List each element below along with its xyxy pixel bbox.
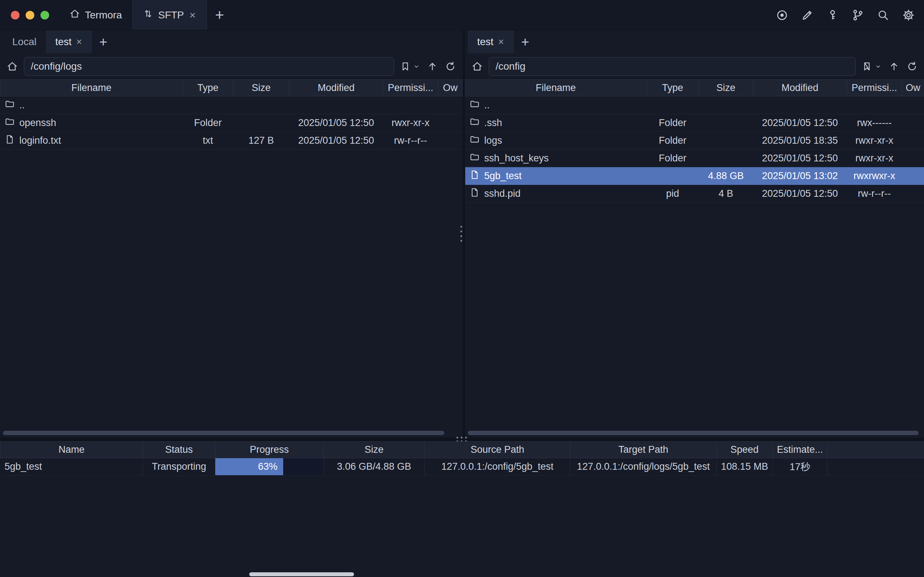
right-home-icon[interactable]: [471, 58, 484, 75]
file-permissions: rwx------: [847, 114, 902, 132]
zoom-window-button[interactable]: [40, 11, 49, 19]
right-path-input[interactable]: [489, 57, 856, 76]
left-horizontal-scrollbar[interactable]: [3, 431, 444, 435]
right-col-type[interactable]: Type: [647, 80, 699, 97]
file-name: ..: [19, 100, 25, 111]
left-col-permissions[interactable]: Permissi...: [383, 80, 438, 97]
file-type: Folder: [183, 114, 233, 132]
left-tab-test-close-icon[interactable]: ×: [76, 37, 83, 47]
tab-sftp-close-icon[interactable]: ×: [189, 10, 197, 21]
left-pane: Local test × +: [0, 30, 463, 438]
transfer-row[interactable]: 5gb_test Transporting 63% 3.06 GB/4.88 G…: [0, 458, 924, 475]
file-modified: 2025/01/05 12:50: [289, 132, 383, 150]
right-bookmark-chevron-down-icon[interactable]: [874, 58, 882, 75]
file-owner: [902, 97, 924, 114]
right-pane: test × +: [465, 30, 924, 438]
file-owner: [438, 114, 463, 132]
right-refresh-icon[interactable]: [906, 58, 919, 75]
file-modified: 2025/01/05 12:50: [289, 114, 383, 132]
left-col-modified[interactable]: Modified: [289, 80, 383, 97]
close-window-button[interactable]: [11, 11, 19, 19]
titlebar-actions: [775, 0, 924, 30]
table-row[interactable]: loginfo.txt txt 127 B 2025/01/05 12:50 r…: [0, 132, 463, 150]
branch-icon[interactable]: [851, 8, 865, 22]
table-row[interactable]: ..: [0, 97, 463, 114]
table-row[interactable]: logs Folder 2025/01/05 18:35 rwxr-xr-x: [465, 132, 924, 150]
table-row-selected[interactable]: 5gb_test 4.88 GB 2025/01/05 13:02 rwxrwx…: [465, 167, 924, 185]
tab-sftp[interactable]: SFTP ×: [132, 0, 207, 30]
right-col-modified[interactable]: Modified: [753, 80, 847, 97]
right-add-tab-button[interactable]: +: [514, 30, 536, 53]
minimize-window-button[interactable]: [26, 11, 34, 19]
right-tab-test-close-icon[interactable]: ×: [497, 37, 505, 47]
file-permissions: [847, 97, 902, 114]
transfer-panel-splitter[interactable]: [0, 438, 924, 441]
edit-icon[interactable]: [800, 8, 814, 22]
right-up-directory-icon[interactable]: [887, 58, 900, 75]
left-path-input[interactable]: [24, 57, 394, 76]
table-row[interactable]: ssh_host_keys Folder 2025/01/05 12:50 rw…: [465, 150, 924, 167]
transfers-col-progress[interactable]: Progress: [215, 442, 324, 458]
table-row[interactable]: ..: [465, 97, 924, 114]
left-tab-local[interactable]: Local: [3, 30, 46, 53]
file-name: ssh_host_keys: [484, 153, 549, 164]
home-icon: [69, 8, 80, 22]
transfer-speed: 108.15 MB: [717, 458, 772, 475]
file-name: sshd.pid: [484, 188, 521, 199]
right-tab-test[interactable]: test ×: [468, 30, 514, 53]
transfer-target-path: 127.0.0.1:/config/logs/5gb_test: [570, 458, 717, 475]
transfers-col-size[interactable]: Size: [324, 442, 425, 458]
left-table-header: Filename Type Size Modified Permissi... …: [0, 80, 463, 97]
bottom-overlay-scrollbar[interactable]: [249, 572, 354, 576]
folder-icon: [469, 134, 480, 147]
right-col-permissions[interactable]: Permissi...: [847, 80, 902, 97]
tab-sftp-label: SFTP: [158, 10, 184, 21]
file-size: 4.88 GB: [699, 167, 753, 185]
right-col-size[interactable]: Size: [699, 80, 753, 97]
left-up-directory-icon[interactable]: [426, 58, 439, 75]
file-permissions: rwxr-xr-x: [847, 150, 902, 167]
transfers-col-speed[interactable]: Speed: [717, 442, 772, 458]
tab-termora[interactable]: Termora: [59, 0, 132, 30]
left-bookmark-icon[interactable]: [399, 58, 411, 75]
app-window: Termora SFTP × +: [0, 0, 924, 577]
left-col-owner[interactable]: Ow: [438, 80, 463, 97]
file-size: [233, 97, 289, 114]
transfers-col-source-path[interactable]: Source Path: [425, 442, 570, 458]
left-bookmark-chevron-down-icon[interactable]: [412, 58, 421, 75]
left-col-type[interactable]: Type: [183, 80, 233, 97]
settings-gear-icon[interactable]: [901, 8, 915, 22]
transfer-source-path: 127.0.0.1:/config/5gb_test: [425, 458, 570, 475]
left-home-icon[interactable]: [6, 58, 19, 75]
right-col-filename[interactable]: Filename: [465, 80, 647, 97]
new-tab-button[interactable]: +: [207, 0, 232, 30]
left-refresh-icon[interactable]: [444, 58, 457, 75]
left-col-filename[interactable]: Filename: [0, 80, 183, 97]
transfers-col-target-path[interactable]: Target Path: [570, 442, 717, 458]
main-split: Local test × +: [0, 30, 924, 438]
table-row[interactable]: openssh Folder 2025/01/05 12:50 rwxr-xr-…: [0, 114, 463, 132]
file-size: [699, 97, 753, 114]
left-tab-local-label: Local: [12, 36, 37, 48]
right-bookmark-icon[interactable]: [861, 58, 873, 75]
file-modified: [289, 97, 383, 114]
right-horizontal-scrollbar[interactable]: [468, 431, 919, 435]
titlebar-spacer: [232, 0, 775, 30]
transfers-col-estimate[interactable]: Estimate...: [772, 442, 827, 458]
file-size: 4 B: [699, 185, 753, 203]
key-icon[interactable]: [826, 8, 840, 22]
record-icon[interactable]: [775, 8, 789, 22]
transfers-panel: Name Status Progress Size Source Path Ta…: [0, 441, 924, 577]
left-add-tab-button[interactable]: +: [92, 30, 114, 53]
file-name: ..: [484, 100, 490, 111]
transfers-col-status[interactable]: Status: [143, 442, 215, 458]
right-col-owner[interactable]: Ow: [902, 80, 924, 97]
table-row[interactable]: sshd.pid pid 4 B 2025/01/05 12:50 rw-r--…: [465, 185, 924, 203]
table-row[interactable]: .ssh Folder 2025/01/05 12:50 rwx------: [465, 114, 924, 132]
left-col-size[interactable]: Size: [233, 80, 289, 97]
search-icon[interactable]: [876, 8, 890, 22]
left-tab-test[interactable]: test ×: [46, 30, 92, 53]
file-size: [699, 132, 753, 150]
file-permissions: rwxr-xr-x: [383, 114, 438, 132]
transfers-col-name[interactable]: Name: [0, 442, 143, 458]
